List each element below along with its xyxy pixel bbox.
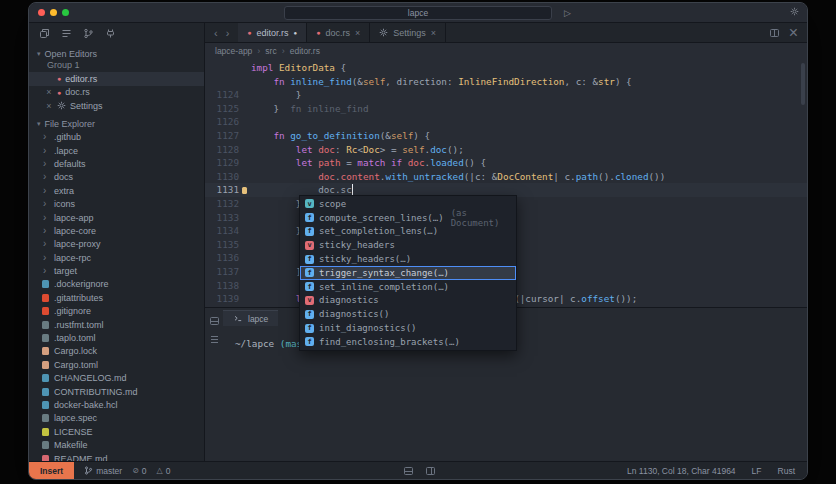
tree-file[interactable]: docker-bake.hcl — [29, 398, 204, 411]
close-icon[interactable]: × — [431, 28, 436, 38]
code-line[interactable]: 1128 let doc: Rc<Doc> = self.doc(); — [205, 143, 807, 157]
code-line[interactable]: 1129 let path = match if doc.loaded() { — [205, 156, 807, 170]
code-line[interactable]: 1125 } fn inline_find — [205, 102, 807, 116]
editor-tab[interactable]: Settings× — [370, 23, 446, 42]
tree-file[interactable]: README.md — [29, 452, 204, 461]
completion-item[interactable]: ffind_enclosing_brackets(…) — [300, 335, 516, 349]
file-icon — [42, 307, 49, 315]
plugins-icon[interactable] — [105, 28, 116, 39]
command-palette-input[interactable]: lapce — [284, 6, 552, 20]
tree-file[interactable]: Makefile — [29, 438, 204, 451]
completion-item[interactable]: vdiagnostics — [300, 294, 516, 308]
completion-item[interactable]: ftrigger_syntax_change(…) — [300, 266, 516, 280]
tree-file[interactable]: lapce.spec — [29, 412, 204, 425]
panel-layout-icon[interactable] — [209, 316, 220, 326]
editor-tab[interactable]: ●editor.rs● — [238, 23, 307, 42]
zoom-window-button[interactable] — [62, 9, 69, 16]
titlebar: lapce ▷ — [29, 3, 807, 23]
breadcrumb-item[interactable]: lapce-app — [215, 46, 252, 56]
close-icon[interactable]: × — [45, 87, 53, 97]
function-icon: f — [305, 310, 314, 319]
file-icon — [42, 401, 49, 409]
open-editors-header[interactable]: ▾ Open Editors — [29, 49, 204, 59]
files-icon[interactable] — [39, 28, 50, 39]
tree-folder[interactable]: ›.lapce — [29, 144, 204, 157]
scm-icon[interactable] — [83, 28, 94, 39]
branch-indicator[interactable]: master — [84, 466, 122, 476]
tree-file[interactable]: .taplo.toml — [29, 331, 204, 344]
nav-back-icon[interactable]: ‹ — [214, 27, 218, 39]
open-editor-item[interactable]: ×●doc.rs — [29, 86, 204, 100]
breadcrumb-item[interactable]: editor.rs — [290, 46, 320, 56]
gutter-pad — [239, 156, 251, 170]
split-editor-icon[interactable] — [769, 28, 780, 38]
tree-file[interactable]: CONTRIBUTING.md — [29, 385, 204, 398]
terminal-tab[interactable]: lapce — [223, 310, 278, 326]
tree-folder[interactable]: ›lapce-rpc — [29, 251, 204, 264]
minimize-window-button[interactable] — [50, 9, 57, 16]
completion-item[interactable]: fcompute_screen_lines(…)(as Document) — [300, 211, 516, 225]
tree-folder[interactable]: ›docs — [29, 171, 204, 184]
entry-name: CONTRIBUTING.md — [54, 387, 138, 397]
line-ending[interactable]: LF — [752, 466, 762, 476]
code-line[interactable]: 1127 fn go_to_definition(&self) { — [205, 129, 807, 143]
completion-item[interactable]: vsticky_headers — [300, 238, 516, 252]
close-icon[interactable]: × — [355, 28, 360, 38]
entry-name: Cargo.lock — [54, 346, 97, 356]
settings-gear-icon[interactable] — [790, 7, 799, 16]
completion-item[interactable]: finit_diagnostics() — [300, 321, 516, 335]
code-line[interactable]: 1124 } — [205, 88, 807, 102]
toggle-bottom-panel-icon[interactable] — [403, 466, 414, 476]
file-explorer-header[interactable]: ▾ File Explorer — [29, 119, 204, 129]
code-line[interactable]: impl EditorData { — [205, 61, 807, 75]
breadcrumb-item[interactable]: src — [265, 46, 276, 56]
tree-folder[interactable]: ›lapce-core — [29, 224, 204, 237]
outline-icon[interactable] — [61, 28, 72, 39]
token: self — [391, 130, 413, 141]
tree-file[interactable]: .gitignore — [29, 305, 204, 318]
editor-tab[interactable]: ●doc.rs× — [307, 23, 370, 42]
tree-file[interactable]: .gitattributes — [29, 291, 204, 304]
toggle-right-panel-icon[interactable] — [425, 466, 436, 476]
tree-file[interactable]: CHANGELOG.md — [29, 372, 204, 385]
tree-folder[interactable]: ›defaults — [29, 157, 204, 170]
nav-forward-icon[interactable]: › — [226, 27, 230, 39]
tree-file[interactable]: LICENSE — [29, 425, 204, 438]
tree-folder[interactable]: ›target — [29, 264, 204, 277]
tree-file[interactable]: Cargo.lock — [29, 345, 204, 358]
close-icon[interactable]: × — [45, 101, 53, 111]
entry-name: .rustfmt.toml — [54, 320, 104, 330]
function-icon: f — [305, 213, 314, 222]
close-all-icon[interactable]: × — [789, 24, 798, 42]
run-icon[interactable]: ▷ — [564, 6, 571, 20]
code-line[interactable]: 1126 — [205, 115, 807, 129]
completion-item[interactable]: fsticky_headers(…) — [300, 252, 516, 266]
completion-item[interactable]: fdiagnostics() — [300, 307, 516, 321]
tree-folder[interactable]: ›extra — [29, 184, 204, 197]
open-editor-item[interactable]: ×Settings — [29, 99, 204, 113]
error-count[interactable]: ⊘ 0 — [132, 466, 146, 476]
open-editor-item[interactable]: ●editor.rs — [29, 72, 204, 86]
tree-file[interactable]: .dockerignore — [29, 278, 204, 291]
tree-file[interactable]: Cargo.toml — [29, 358, 204, 371]
close-window-button[interactable] — [38, 9, 45, 16]
token: doc — [318, 144, 335, 155]
code-line[interactable]: fn inline_find(&self, direction: InlineF… — [205, 75, 807, 89]
completion-label: set_completion_lens(…) — [319, 226, 438, 236]
code-action-marker[interactable] — [242, 187, 247, 194]
editor-scrollbar[interactable] — [801, 63, 805, 105]
code-line[interactable]: 1130 doc.content.with_untracked(|c: &Doc… — [205, 170, 807, 184]
tree-file[interactable]: .rustfmt.toml — [29, 318, 204, 331]
tree-folder[interactable]: ›lapce-proxy — [29, 238, 204, 251]
tree-folder[interactable]: ›.github — [29, 131, 204, 144]
warning-icon: △ — [157, 466, 163, 475]
warning-count[interactable]: △ 0 — [157, 466, 171, 476]
line-number: 1129 — [205, 156, 239, 170]
tree-folder[interactable]: ›lapce-app — [29, 211, 204, 224]
mode-indicator[interactable]: Insert — [29, 462, 74, 479]
completion-item[interactable]: fset_inline_completion(…) — [300, 280, 516, 294]
panel-list-icon[interactable] — [210, 335, 219, 344]
language-mode[interactable]: Rust — [778, 466, 795, 476]
tree-folder[interactable]: ›icons — [29, 197, 204, 210]
cursor-position[interactable]: Ln 1130, Col 18, Char 41964 — [627, 466, 736, 476]
